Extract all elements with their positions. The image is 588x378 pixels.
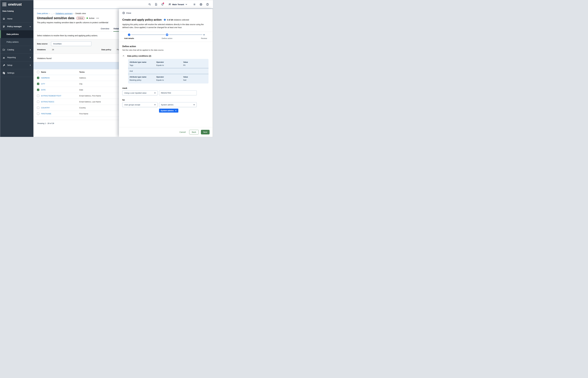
tenant-label: Main Tenant — [172, 3, 184, 6]
row-checkbox[interactable] — [37, 107, 39, 109]
sidebar-item-setup[interactable]: Setup — [0, 61, 33, 69]
breadcrumb-violations-summary[interactable]: Violations summary — [56, 12, 72, 14]
chevron-up-icon — [122, 55, 125, 57]
row-checkbox[interactable] — [37, 95, 39, 97]
window-scrollbar[interactable] — [212, 9, 213, 137]
breadcrumb-separator: › — [74, 13, 74, 14]
folder-icon — [3, 48, 5, 51]
panel-description: Applying this policy action will resolve… — [122, 23, 207, 29]
breadcrumb-current: Details view — [75, 12, 86, 14]
violations-count-label: Violations — [37, 49, 46, 51]
wizard-stepper: Add details Define action Review — [119, 32, 213, 42]
breadcrumb-separator: › — [54, 13, 54, 14]
for-method-value: User groups except — [124, 104, 140, 106]
violation-name-link[interactable]: CITY — [41, 83, 45, 85]
define-action-subtitle: Set the rules that will be applied to th… — [122, 49, 206, 51]
violation-name-link[interactable]: ADDRESS — [41, 77, 50, 79]
condition-divider — [128, 68, 209, 68]
sidebar-item-catalog[interactable]: Catalog — [0, 46, 33, 54]
condition-divider — [128, 74, 209, 74]
sidebar-item-policy-actions[interactable]: Policy actions — [0, 38, 33, 46]
step-label-define-action: Define action — [162, 37, 172, 39]
list-icon — [3, 25, 5, 28]
back-button[interactable]: Back — [189, 130, 199, 135]
violation-name-link[interactable]: DATE — [41, 89, 46, 91]
conditions-toggle[interactable]: Data policy conditions (2) — [122, 55, 151, 57]
sidebar-item-label: Policy manager — [7, 25, 22, 27]
panel-title: Create and apply policy action — [122, 18, 162, 21]
home-icon — [3, 17, 5, 20]
step-add-details-icon — [128, 34, 130, 36]
sidebar: onetrust Data Catalog Home Policy manage… — [0, 0, 33, 137]
product-name: Data Catalog — [0, 7, 33, 12]
account-icon[interactable] — [200, 3, 202, 6]
select-all-checkbox[interactable] — [37, 71, 39, 73]
search-icon[interactable] — [148, 3, 151, 6]
condition-col-value: Value — [183, 76, 209, 78]
sidebar-item-settings[interactable]: Settings — [0, 69, 33, 77]
help-icon[interactable] — [206, 3, 209, 6]
row-checkbox[interactable] — [37, 77, 39, 79]
chevron-right-icon — [29, 56, 31, 58]
sidebar-item-label: Settings — [7, 72, 14, 74]
violation-name-link[interactable]: FIRSTNAME — [41, 113, 51, 115]
breadcrumb-data-policies[interactable]: Data policies — [37, 12, 48, 14]
sidebar-item-label: Setup — [7, 64, 12, 66]
arrow-right-circle-icon — [122, 12, 125, 14]
more-actions-button[interactable]: ••• — [96, 17, 99, 19]
row-checkbox[interactable] — [37, 89, 39, 91]
chevron-right-icon — [29, 49, 31, 51]
sidebar-item-home[interactable]: Home — [0, 15, 33, 23]
sidebar-item-label: Reporting — [7, 56, 16, 58]
data-source-input[interactable]: Snowflake — [51, 41, 91, 46]
violation-name-link[interactable]: EXTRACTEDCC — [41, 101, 54, 103]
sidebar-item-label: Data policies — [7, 33, 19, 35]
sidebar-item-data-policies[interactable]: Data policies — [0, 30, 33, 38]
gear-icon — [3, 72, 5, 74]
breadcrumb-ellipsis[interactable]: ... — [51, 12, 53, 14]
step-label-review: Review — [201, 37, 207, 39]
check-icon — [37, 77, 39, 79]
cancel-button[interactable]: Cancel — [178, 130, 187, 134]
column-header-name: Name — [41, 71, 79, 73]
for-label: for — [122, 99, 206, 101]
for-method-select[interactable]: User groups except — [122, 102, 158, 107]
brand-logo: onetrust — [0, 0, 33, 7]
settings-gear-icon[interactable] — [193, 3, 196, 6]
sidebar-item-label: Policy actions — [7, 41, 19, 43]
close-button[interactable]: Close — [122, 12, 131, 14]
remove-chip-icon[interactable] — [175, 110, 177, 111]
condition-value: Null — [183, 79, 209, 81]
tab-overview[interactable]: Overview — [101, 27, 109, 31]
row-checkbox[interactable] — [37, 83, 39, 85]
document-check-icon[interactable] — [155, 3, 158, 6]
row-checkbox[interactable] — [37, 101, 39, 103]
notifications-bell-icon[interactable] — [161, 3, 164, 6]
for-groups-value: System admins — [161, 104, 173, 106]
selection-info: 3 of 28 violations selected — [164, 19, 189, 21]
chevron-right-icon — [29, 64, 31, 66]
sidebar-item-reporting[interactable]: Reporting — [0, 54, 33, 61]
onetrust-dots-logo-icon — [3, 3, 6, 6]
stepper-connector — [131, 35, 165, 35]
condition-col-value: Value — [183, 61, 209, 63]
for-groups-select[interactable]: System admins — [159, 102, 197, 107]
tenant-switcher[interactable]: Main Tenant — [168, 3, 187, 6]
mask-label: mask — [122, 87, 206, 89]
step-label-add-details: Add details — [124, 37, 134, 39]
violation-name-link[interactable]: EXTRACTEDBODYTEXT — [41, 95, 61, 97]
sidebar-item-policy-manager[interactable]: Policy manager — [0, 23, 33, 30]
brand-logo-text: onetrust — [8, 2, 22, 7]
violations-count-value: 28 — [52, 49, 54, 51]
condition-col-attribute: Attribute type name — [129, 61, 156, 63]
wrench-icon — [3, 64, 5, 67]
violation-name-link[interactable]: COUNTRY — [41, 107, 50, 109]
next-button[interactable]: Next — [201, 130, 210, 135]
mask-value-input[interactable]: REDACTED — [159, 90, 197, 95]
stepper-connector — [169, 35, 202, 35]
data-policy-label: Data policy — [101, 49, 111, 51]
conditions-title: Data policy conditions (2) — [127, 55, 151, 57]
bar-chart-icon — [3, 56, 5, 59]
mask-method-select[interactable]: Using a user inputted value — [122, 90, 158, 95]
row-checkbox[interactable] — [37, 113, 39, 115]
